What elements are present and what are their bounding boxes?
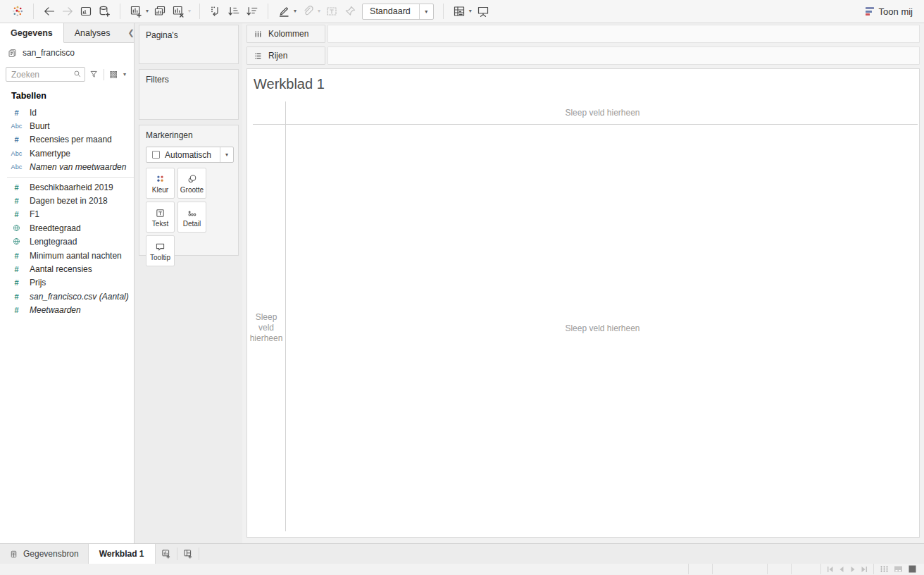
filters-shelf[interactable]: Filters bbox=[139, 69, 239, 120]
pages-shelf[interactable]: Pagina's bbox=[139, 25, 239, 64]
datasource-tab-label: Gegevensbron bbox=[23, 549, 79, 559]
field-aantal-recensies[interactable]: #Aantal recensies bbox=[0, 262, 134, 276]
rows-dropzone-hint[interactable]: Sleepveldhierheen bbox=[247, 125, 285, 531]
first-page-button[interactable] bbox=[827, 566, 834, 573]
show-me-grid-icon bbox=[452, 4, 466, 18]
field-breedtegraad[interactable]: Breedtegraad bbox=[0, 221, 134, 235]
clear-sheet-caret-icon[interactable]: ▾ bbox=[188, 8, 191, 14]
field-kamertype[interactable]: AbcKamertype bbox=[0, 147, 134, 160]
fit-dropdown[interactable]: Standaard ▾ bbox=[362, 4, 434, 20]
last-page-button[interactable] bbox=[861, 566, 868, 573]
status-bar bbox=[0, 564, 924, 574]
sort-descending-button[interactable] bbox=[243, 2, 261, 20]
group-members-button[interactable] bbox=[299, 2, 317, 20]
marks-tooltip-button[interactable]: Tooltip bbox=[146, 235, 175, 266]
number-icon: # bbox=[8, 292, 25, 301]
rows-shelf[interactable]: Rijen bbox=[246, 47, 920, 65]
highlight-caret-icon[interactable]: ▾ bbox=[294, 8, 296, 14]
number-icon: # bbox=[8, 183, 25, 192]
field-namen-van-meetwaarden[interactable]: AbcNamen van meetwaarden bbox=[0, 161, 134, 174]
field-buurt[interactable]: AbcBuurt bbox=[0, 119, 134, 132]
field-label: F1 bbox=[30, 209, 39, 219]
show-me-panel-caret-icon[interactable]: ▾ bbox=[469, 8, 472, 14]
show-mark-labels-button[interactable] bbox=[323, 2, 341, 20]
show-me-toggle-button[interactable]: Toon mij bbox=[863, 6, 916, 17]
center-dropzone-hint[interactable]: Sleep veld hierheen bbox=[286, 125, 919, 531]
columns-shelf[interactable]: Kolommen bbox=[246, 25, 920, 43]
undo-button[interactable] bbox=[40, 2, 58, 20]
marks-tekst-button[interactable]: Tekst bbox=[146, 202, 175, 233]
new-worksheet-button[interactable] bbox=[127, 2, 145, 20]
fix-axes-button[interactable] bbox=[341, 2, 359, 20]
fit-dropdown-caret-icon[interactable]: ▾ bbox=[419, 4, 433, 19]
marks-grootte-button[interactable]: Grootte bbox=[177, 168, 206, 199]
pin-icon bbox=[343, 4, 357, 18]
rows-shelf-dropzone[interactable] bbox=[327, 47, 920, 65]
datasource-icon bbox=[7, 48, 18, 58]
filmstrip-view-button[interactable] bbox=[894, 564, 903, 574]
next-page-button[interactable] bbox=[849, 566, 856, 573]
add-data-button[interactable] bbox=[95, 2, 113, 20]
rows-dropzone-hint-text: Sleepveldhierheen bbox=[250, 312, 283, 344]
field-san-francisco-csv-aantal[interactable]: #san_francisco.csv (Aantal) bbox=[0, 290, 134, 303]
mark-type-dropdown[interactable]: Automatisch ▾ bbox=[146, 147, 234, 163]
redo-button[interactable] bbox=[58, 2, 77, 20]
text-field-icon: Abc bbox=[8, 123, 25, 130]
highlight-button[interactable] bbox=[275, 2, 293, 20]
presentation-mode-button[interactable] bbox=[474, 2, 492, 20]
field-label: Breedtegraad bbox=[30, 223, 81, 233]
duplicate-sheet-button[interactable] bbox=[151, 2, 169, 20]
swap-rows-columns-button[interactable] bbox=[206, 2, 225, 20]
data-pane: Gegevens Analyses ❮ san_francisco bbox=[0, 23, 135, 543]
toolbar-group bbox=[206, 2, 261, 20]
show-me-panel-button[interactable] bbox=[450, 2, 468, 20]
new-worksheet-caret-icon[interactable]: ▾ bbox=[146, 8, 149, 14]
filter-fields-button[interactable] bbox=[89, 69, 99, 80]
sort-ascending-button[interactable] bbox=[225, 2, 243, 20]
field-meetwaarden[interactable]: #Meetwaarden bbox=[0, 303, 134, 316]
datasource-item[interactable]: san_francisco bbox=[0, 43, 134, 63]
sheet-title[interactable]: Werkblad 1 bbox=[254, 76, 325, 92]
marks-detail-button[interactable]: Detail bbox=[177, 202, 206, 233]
view-options-caret-icon[interactable]: ▾ bbox=[123, 72, 126, 78]
save-button[interactable] bbox=[77, 2, 95, 20]
new-worksheet-tab-button[interactable] bbox=[156, 544, 177, 564]
field-label: Recensies per maand bbox=[30, 135, 112, 144]
number-icon: # bbox=[8, 210, 25, 218]
full-view-button[interactable] bbox=[908, 564, 917, 574]
columns-dropzone-hint[interactable]: Sleep veld hierheen bbox=[286, 101, 919, 124]
field-beschikbaarheid-2019[interactable]: #Beschikbaarheid 2019 bbox=[0, 180, 134, 194]
tableau-logo-button[interactable] bbox=[8, 2, 27, 20]
field-f1[interactable]: #F1 bbox=[0, 208, 134, 221]
sort-desc-icon bbox=[245, 4, 259, 18]
marks-kleur-button[interactable]: Kleur bbox=[146, 168, 175, 199]
field-lengtegraad[interactable]: Lengtegraad bbox=[0, 235, 134, 249]
search-row-divider bbox=[104, 69, 104, 80]
swap-icon bbox=[208, 4, 223, 18]
grid-view-button[interactable] bbox=[880, 564, 889, 574]
view-options-button[interactable] bbox=[108, 69, 119, 80]
field-dagen-bezet-in-2018[interactable]: #Dagen bezet in 2018 bbox=[0, 194, 134, 207]
columns-shelf-dropzone[interactable] bbox=[327, 25, 920, 43]
datasource-tab[interactable]: Gegevensbron bbox=[0, 544, 88, 564]
sheet-tab-werkblad-1[interactable]: Werkblad 1 bbox=[88, 544, 156, 564]
field-minimum-aantal-nachten[interactable]: #Minimum aantal nachten bbox=[0, 249, 134, 262]
group-members-caret-icon[interactable]: ▾ bbox=[318, 8, 320, 14]
mark-type-shape-icon bbox=[152, 151, 160, 159]
new-dashboard-tab-button[interactable] bbox=[177, 544, 199, 564]
mark-button-label: Tooltip bbox=[150, 254, 170, 261]
marks-label: Markeringen bbox=[146, 130, 234, 140]
worksheet-canvas[interactable]: Werkblad 1 Sleep veld hierheen Sleep vel… bbox=[246, 68, 920, 538]
tab-analyses[interactable]: Analyses bbox=[64, 23, 121, 42]
previous-page-button[interactable] bbox=[838, 566, 845, 573]
field-prijs[interactable]: #Prijs bbox=[0, 276, 134, 290]
field-label: Aantal recensies bbox=[30, 264, 92, 274]
field-recensies-per-maand[interactable]: #Recensies per maand bbox=[0, 133, 134, 147]
field-label: Meetwaarden bbox=[30, 305, 81, 315]
label-box-icon bbox=[325, 4, 339, 18]
tab-gegevens[interactable]: Gegevens bbox=[0, 23, 64, 43]
mark-type-caret-icon[interactable]: ▾ bbox=[220, 147, 233, 162]
number-icon: # bbox=[8, 278, 25, 287]
clear-sheet-button[interactable] bbox=[169, 2, 187, 20]
field-id[interactable]: #Id bbox=[0, 106, 134, 119]
